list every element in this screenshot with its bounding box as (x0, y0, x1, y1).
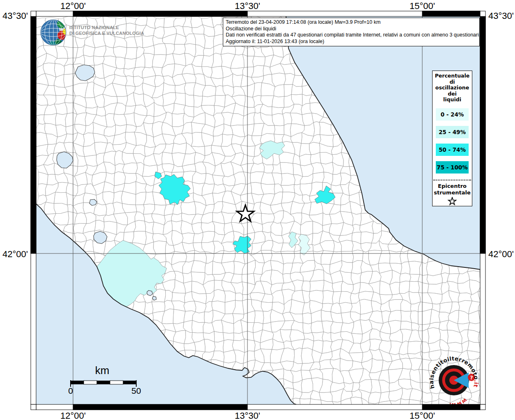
event-updated: Aggiornato il: 11-01-2026 13:43 (ora loc… (226, 39, 477, 45)
lon-label-top-13-30: 13°30' (235, 1, 260, 11)
legend-class-75-100: 75 - 100% (436, 161, 469, 173)
lake-albano (147, 290, 153, 296)
lon-label-bottom-13-30: 13°30' (235, 411, 260, 420)
lat-label-left-43-30: 43°30' (0, 11, 28, 21)
legend-divider (433, 180, 471, 180)
event-info-box: Terremoto del 23-04-2009 17:14:08 (ora l… (223, 18, 480, 46)
legend-class-50-74: 50 - 74% (436, 144, 469, 156)
event-title: Terremoto del 23-04-2009 17:14:08 (ora l… (226, 19, 477, 26)
ingv-name-line1: ISTITUTO NAZIONALE (69, 25, 119, 30)
map-page: ? haisentitoilterremoto.it www. 12°00' 1… (0, 0, 515, 420)
ingv-name-line2: DI GEOFISICA E VULCANOLOGIA (69, 31, 144, 36)
lon-label-bottom-15: 15°00' (410, 411, 435, 420)
lon-label-top-15: 15°00' (410, 1, 435, 11)
map-canvas: ? haisentitoilterremoto.it www. (0, 0, 515, 420)
legend-title: Percentuale di oscillazione dei liquidi (433, 73, 472, 103)
legend-star-icon (433, 197, 472, 208)
legend-class-0-24: 0 - 24% (436, 108, 469, 121)
event-subtitle: Oscillazione dei liquidi (226, 26, 477, 32)
legend-class-25-49: 25 - 49% (436, 126, 469, 138)
lon-label-bottom-12: 12°00' (60, 411, 86, 420)
lat-label-left-42: 42°00' (0, 249, 28, 260)
scale-end-label: 50 (131, 386, 141, 396)
lat-label-right-43-30: 43°30' (488, 11, 514, 21)
scale-start-label: 0 (68, 386, 73, 396)
lon-label-top-12: 12°00' (60, 1, 86, 11)
lat-label-right-42: 42°00' (488, 249, 514, 260)
scale-unit-label: km (95, 364, 110, 377)
legend: Percentuale di oscillazione dei liquidi … (432, 71, 472, 206)
legend-epicenter-label: Epicentro strumentale (433, 183, 472, 196)
event-data-note: Dati non verificati estratti da 47 quest… (226, 32, 477, 39)
